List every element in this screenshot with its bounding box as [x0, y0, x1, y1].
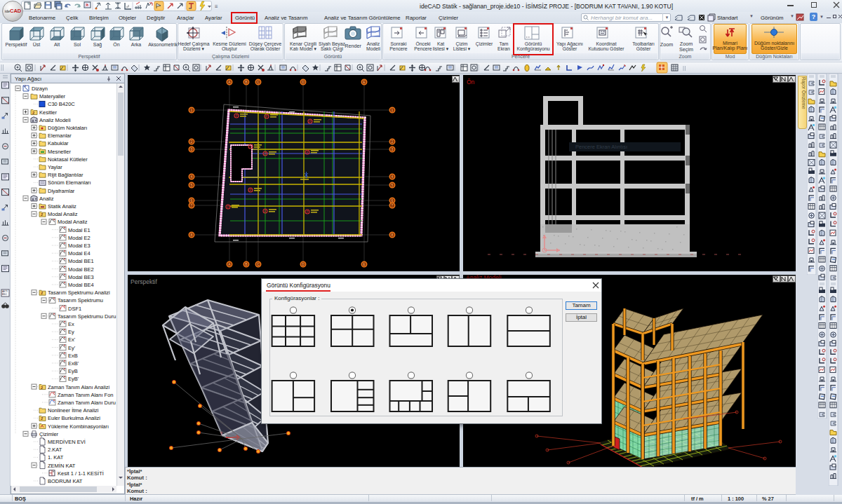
svg-text:D: D: [302, 80, 305, 84]
svg-text:P: P: [265, 152, 267, 156]
svg-text:Ön: Ön: [467, 79, 475, 86]
svg-text:Ey': Ey': [68, 345, 76, 351]
svg-text:Kesit 1 / 1-1 KESİTİ: Kesit 1 / 1-1 KESİTİ: [58, 470, 104, 477]
svg-text:5: 5: [191, 183, 193, 187]
svg-text:Düğüm Noktaları: Düğüm Noktaları: [48, 125, 87, 131]
svg-text:7: 7: [191, 203, 193, 207]
svg-text:3: 3: [191, 147, 193, 151]
svg-text:Ex': Ex': [68, 336, 76, 343]
svg-text:BODRUM KAT: BODRUM KAT: [48, 478, 83, 484]
svg-text:C30 B420C: C30 B420C: [48, 101, 75, 107]
svg-text:BSC: BSC: [2, 293, 8, 296]
svg-text:ZEMİN KAT: ZEMİN KAT: [48, 463, 76, 469]
svg-text:4: 4: [392, 175, 394, 179]
svg-text:Tasarım Spektrumu Analizi: Tasarım Spektrumu Analizi: [48, 290, 110, 296]
svg-text:Modal Analiz: Modal Analiz: [48, 211, 78, 217]
svg-text:2.KAT: 2.KAT: [48, 447, 62, 453]
svg-text:3: 3: [392, 147, 394, 151]
svg-text:D: D: [302, 262, 305, 266]
svg-text:P: P: [236, 114, 238, 118]
svg-text:Zaman Tanım Alanı Fon: Zaman Tanım Alanı Fon: [58, 392, 114, 398]
svg-text:Yaylar: Yaylar: [48, 164, 62, 170]
svg-text:Nonlineer İtme Analizi: Nonlineer İtme Analizi: [48, 407, 99, 414]
svg-text:Mesnetler: Mesnetler: [48, 149, 71, 155]
svg-text:P: P: [265, 210, 267, 213]
svg-text:5: 5: [392, 183, 394, 187]
svg-text:Modal Analiz: Modal Analiz: [58, 219, 88, 225]
svg-text:EyB': EyB': [68, 376, 79, 382]
svg-text:Modal E4: Modal E4: [68, 250, 91, 257]
svg-text:1. KAT: 1. KAT: [48, 454, 64, 461]
svg-text:8: 8: [191, 233, 193, 237]
svg-text:Ey: Ey: [68, 329, 74, 335]
svg-text:Çizimler: Çizimler: [39, 431, 59, 437]
svg-text:7: 7: [392, 203, 394, 207]
svg-text:1: 1: [191, 108, 193, 112]
svg-text:Pencere Ekran Alıntısı: Pencere Ekran Alıntısı: [575, 144, 627, 150]
svg-text:P: P: [266, 115, 268, 118]
svg-text:Kabuklar: Kabuklar: [48, 140, 69, 147]
svg-text:P: P: [307, 151, 309, 154]
svg-text:Tasarım Spektrumu Duru: Tasarım Spektrumu Duru: [58, 313, 116, 320]
svg-text:Euler Burkulma Analizi: Euler Burkulma Analizi: [48, 415, 100, 421]
svg-text:Modal E2: Modal E2: [68, 235, 91, 241]
svg-text:P: P: [307, 210, 309, 214]
svg-text:C: C: [257, 262, 260, 266]
svg-text:Rijit Bağlantılar: Rijit Bağlantılar: [48, 172, 83, 178]
svg-text:DSF1: DSF1: [68, 306, 81, 312]
svg-text:4: 4: [191, 175, 193, 179]
svg-text:Modal BE4: Modal BE4: [68, 282, 94, 288]
svg-text:8: 8: [392, 233, 394, 237]
svg-text:Diyaframlar: Diyaframlar: [48, 188, 75, 194]
svg-text:Yükleme Kombinasyonları: Yükleme Kombinasyonları: [48, 423, 109, 430]
svg-text:Tasarım Spektrumu: Tasarım Spektrumu: [58, 297, 103, 304]
svg-text:1: 1: [392, 108, 394, 112]
svg-text:Modal BE3: Modal BE3: [68, 274, 94, 280]
svg-text:Analiz Modeli: Analiz Modeli: [39, 117, 71, 123]
svg-text:6: 6: [392, 198, 394, 203]
svg-text:Zaman Tanım Alanı Analizi: Zaman Tanım Alanı Analizi: [48, 384, 110, 390]
svg-text:ExB': ExB': [68, 360, 79, 367]
svg-text:Elemanlar: Elemanlar: [48, 132, 72, 139]
svg-text:2: 2: [392, 139, 394, 144]
svg-text:Modal BE2: Modal BE2: [68, 266, 94, 273]
svg-text:Dizayn: Dizayn: [32, 86, 48, 92]
svg-text:Kesitler: Kesitler: [39, 109, 58, 116]
svg-text:P: P: [250, 189, 252, 192]
svg-text:Modal BE1: Modal BE1: [68, 258, 94, 264]
svg-text:P: P: [250, 145, 252, 149]
svg-text:Modal E1: Modal E1: [68, 227, 91, 233]
svg-text:MERDİVEN EVİ: MERDİVEN EVİ: [48, 439, 86, 445]
svg-text:2: 2: [191, 139, 193, 144]
svg-text:Statik Analiz: Statik Analiz: [48, 203, 76, 210]
svg-text:C: C: [257, 80, 260, 84]
svg-text:Sönüm Elemanları: Sönüm Elemanları: [48, 179, 91, 186]
svg-text:EyB: EyB: [68, 368, 78, 374]
svg-text:6: 6: [191, 198, 193, 203]
svg-text:P: P: [309, 120, 312, 123]
svg-text:Ex: Ex: [68, 321, 74, 327]
svg-text:Analiz: Analiz: [39, 196, 54, 202]
svg-text:Perspektif: Perspektif: [131, 278, 157, 285]
svg-text:Zaman Tanım Alanı Duru: Zaman Tanım Alanı Duru: [58, 400, 116, 406]
svg-text:ExB: ExB: [68, 353, 78, 359]
svg-text:Noktasal Kütleler: Noktasal Kütleler: [48, 156, 88, 163]
svg-text:Modal E3: Modal E3: [68, 243, 91, 249]
svg-text:P: P: [227, 205, 229, 209]
svg-text:Materyaller: Materyaller: [39, 93, 66, 100]
